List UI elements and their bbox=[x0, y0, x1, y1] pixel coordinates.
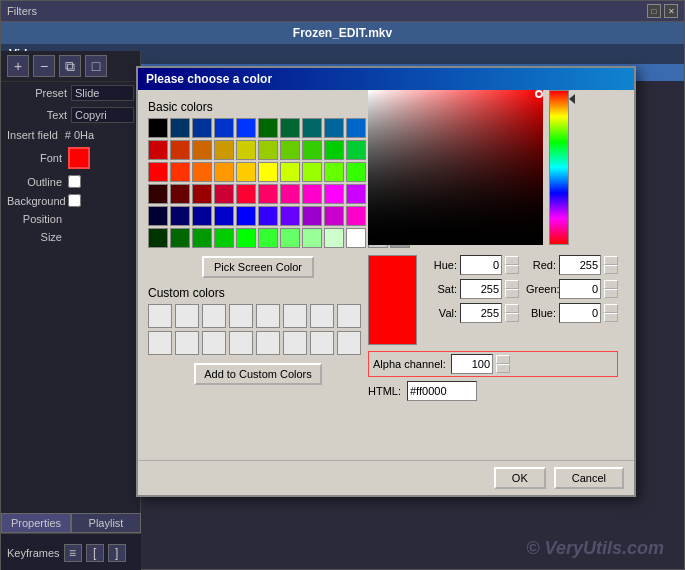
alpha-down[interactable]: ▼ bbox=[496, 364, 510, 373]
basic-color-cell[interactable] bbox=[170, 140, 190, 160]
basic-color-cell[interactable] bbox=[214, 206, 234, 226]
red-spinners[interactable]: ▲ ▼ bbox=[604, 256, 618, 274]
cancel-button[interactable]: Cancel bbox=[554, 467, 624, 489]
basic-color-cell[interactable] bbox=[236, 184, 256, 204]
green-input[interactable] bbox=[559, 279, 601, 299]
restore-button[interactable]: □ bbox=[647, 4, 661, 18]
custom-color-cell[interactable] bbox=[310, 331, 334, 355]
keyframes-start-button[interactable]: [ bbox=[86, 544, 104, 562]
basic-color-cell[interactable] bbox=[258, 140, 278, 160]
custom-color-cell[interactable] bbox=[229, 304, 253, 328]
basic-color-cell[interactable] bbox=[324, 118, 344, 138]
basic-color-cell[interactable] bbox=[214, 162, 234, 182]
alpha-up[interactable]: ▲ bbox=[496, 355, 510, 364]
sat-down[interactable]: ▼ bbox=[505, 289, 519, 298]
green-spinners[interactable]: ▲ ▼ bbox=[604, 280, 618, 298]
custom-color-cell[interactable] bbox=[283, 331, 307, 355]
font-color-button[interactable] bbox=[68, 147, 90, 169]
sat-input[interactable] bbox=[460, 279, 502, 299]
basic-color-cell[interactable] bbox=[324, 184, 344, 204]
alpha-spinners[interactable]: ▲ ▼ bbox=[496, 355, 510, 373]
basic-color-cell[interactable] bbox=[302, 140, 322, 160]
properties-tab[interactable]: Properties bbox=[1, 513, 71, 533]
basic-color-cell[interactable] bbox=[214, 184, 234, 204]
playlist-tab[interactable]: Playlist bbox=[71, 513, 141, 533]
basic-color-cell[interactable] bbox=[324, 228, 344, 248]
color-spectrum[interactable] bbox=[368, 90, 543, 245]
basic-color-cell[interactable] bbox=[170, 118, 190, 138]
basic-color-cell[interactable] bbox=[258, 228, 278, 248]
custom-color-cell[interactable] bbox=[337, 331, 361, 355]
window-controls[interactable]: □ ✕ bbox=[647, 4, 678, 18]
basic-color-cell[interactable] bbox=[236, 228, 256, 248]
basic-color-cell[interactable] bbox=[192, 184, 212, 204]
basic-color-cell[interactable] bbox=[346, 162, 366, 182]
basic-color-cell[interactable] bbox=[192, 206, 212, 226]
custom-color-cell[interactable] bbox=[283, 304, 307, 328]
hue-down[interactable]: ▼ bbox=[505, 265, 519, 274]
basic-color-cell[interactable] bbox=[302, 184, 322, 204]
basic-color-cell[interactable] bbox=[192, 118, 212, 138]
basic-color-cell[interactable] bbox=[148, 206, 168, 226]
html-input[interactable] bbox=[407, 381, 477, 401]
custom-color-cell[interactable] bbox=[256, 304, 280, 328]
basic-color-cell[interactable] bbox=[346, 228, 366, 248]
alpha-input[interactable] bbox=[451, 354, 493, 374]
custom-color-cell[interactable] bbox=[175, 331, 199, 355]
red-input[interactable] bbox=[559, 255, 601, 275]
red-up[interactable]: ▲ bbox=[604, 256, 618, 265]
basic-color-cell[interactable] bbox=[148, 228, 168, 248]
basic-color-cell[interactable] bbox=[280, 162, 300, 182]
basic-color-cell[interactable] bbox=[280, 140, 300, 160]
hue-slider[interactable] bbox=[549, 90, 569, 245]
remove-filter-button[interactable]: − bbox=[33, 55, 55, 77]
basic-color-cell[interactable] bbox=[324, 140, 344, 160]
basic-color-cell[interactable] bbox=[236, 162, 256, 182]
basic-color-cell[interactable] bbox=[258, 162, 278, 182]
basic-color-cell[interactable] bbox=[170, 228, 190, 248]
custom-color-cell[interactable] bbox=[148, 331, 172, 355]
basic-color-cell[interactable] bbox=[324, 162, 344, 182]
basic-color-cell[interactable] bbox=[192, 140, 212, 160]
sat-up[interactable]: ▲ bbox=[505, 280, 519, 289]
basic-color-cell[interactable] bbox=[214, 140, 234, 160]
unknown-filter-button[interactable]: □ bbox=[85, 55, 107, 77]
red-down[interactable]: ▼ bbox=[604, 265, 618, 274]
basic-color-cell[interactable] bbox=[236, 140, 256, 160]
custom-color-cell[interactable] bbox=[337, 304, 361, 328]
basic-color-cell[interactable] bbox=[302, 228, 322, 248]
hue-up[interactable]: ▲ bbox=[505, 256, 519, 265]
pick-screen-button[interactable]: Pick Screen Color bbox=[202, 256, 314, 278]
keyframes-list-button[interactable]: ≡ bbox=[64, 544, 82, 562]
basic-color-cell[interactable] bbox=[302, 162, 322, 182]
basic-color-cell[interactable] bbox=[302, 118, 322, 138]
basic-color-cell[interactable] bbox=[214, 228, 234, 248]
val-spinners[interactable]: ▲ ▼ bbox=[505, 304, 519, 322]
basic-color-cell[interactable] bbox=[170, 184, 190, 204]
basic-color-cell[interactable] bbox=[346, 140, 366, 160]
blue-input[interactable] bbox=[559, 303, 601, 323]
basic-color-cell[interactable] bbox=[170, 206, 190, 226]
basic-color-cell[interactable] bbox=[346, 118, 366, 138]
keyframes-end-button[interactable]: ] bbox=[108, 544, 126, 562]
basic-color-cell[interactable] bbox=[258, 206, 278, 226]
copy-filter-button[interactable]: ⧉ bbox=[59, 55, 81, 77]
basic-color-cell[interactable] bbox=[280, 184, 300, 204]
custom-color-cell[interactable] bbox=[202, 304, 226, 328]
custom-color-cell[interactable] bbox=[148, 304, 172, 328]
basic-color-cell[interactable] bbox=[170, 162, 190, 182]
basic-color-cell[interactable] bbox=[280, 228, 300, 248]
custom-color-cell[interactable] bbox=[310, 304, 334, 328]
add-filter-button[interactable]: + bbox=[7, 55, 29, 77]
basic-color-cell[interactable] bbox=[258, 118, 278, 138]
basic-color-cell[interactable] bbox=[258, 184, 278, 204]
basic-color-cell[interactable] bbox=[346, 206, 366, 226]
blue-up[interactable]: ▲ bbox=[604, 304, 618, 313]
basic-color-cell[interactable] bbox=[192, 228, 212, 248]
green-up[interactable]: ▲ bbox=[604, 280, 618, 289]
sat-spinners[interactable]: ▲ ▼ bbox=[505, 280, 519, 298]
add-custom-color-button[interactable]: Add to Custom Colors bbox=[194, 363, 322, 385]
basic-color-cell[interactable] bbox=[148, 140, 168, 160]
basic-color-cell[interactable] bbox=[302, 206, 322, 226]
green-down[interactable]: ▼ bbox=[604, 289, 618, 298]
